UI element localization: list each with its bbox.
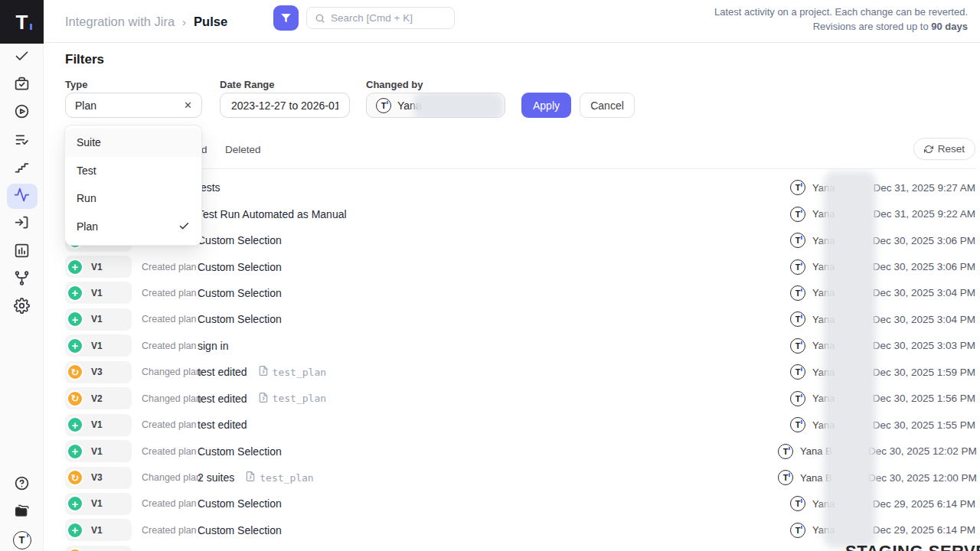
sidebar-item-tests[interactable] — [0, 44, 44, 71]
list-check-icon — [14, 132, 30, 151]
filter-toggle-button[interactable] — [273, 5, 299, 31]
sidebar-item-analytics[interactable] — [0, 238, 44, 266]
version-badge: ↻ — [65, 546, 132, 551]
filters-title: Filters — [65, 52, 104, 67]
user-avatar-icon: T — [778, 444, 793, 459]
row-timestamp: Dec 30, 2025 1:59 PM — [868, 367, 975, 378]
row-timestamp: Dec 30, 2025 3:06 PM — [868, 261, 975, 272]
breadcrumb-project[interactable]: Integration with Jira — [65, 15, 175, 29]
plus-circle-icon: + — [67, 495, 83, 512]
clear-type-icon[interactable]: ✕ — [184, 99, 192, 111]
search-placeholder: Search [Cmd + K] — [331, 12, 413, 24]
version-badge: ↻V2 — [65, 387, 132, 409]
funnel-icon — [280, 12, 292, 24]
user-avatar-icon: T — [790, 391, 805, 406]
app-screen: T T Integration with Jira › Pulse Search… — [0, 0, 980, 551]
action-label: Changed plan — [142, 393, 193, 404]
tab-deleted[interactable]: Deleted — [225, 144, 261, 155]
action-label: Changed plan — [142, 472, 193, 483]
row-title: Custom Selection — [198, 261, 282, 273]
sidebar-item-import[interactable] — [0, 210, 44, 238]
main-content: Filters Type Date Range Changed by Plan … — [44, 43, 980, 551]
app-logo[interactable]: T — [0, 0, 44, 44]
refresh-circle-icon: ↻ — [67, 548, 83, 551]
version-label: V1 — [91, 419, 103, 430]
play-circle-icon — [14, 103, 30, 122]
refresh-circle-icon: ↻ — [67, 469, 83, 486]
user-name: Yana B — [800, 445, 832, 457]
reset-button[interactable]: Reset — [913, 138, 975, 160]
changed-by-select[interactable]: T Yana — [366, 93, 505, 118]
row-title: Custom Selection — [198, 524, 282, 536]
breadcrumb-separator-icon: › — [182, 15, 186, 28]
sidebar-item-settings[interactable] — [0, 294, 44, 321]
version-label: V1 — [91, 314, 103, 324]
sidebar-item-steps[interactable] — [0, 155, 44, 182]
row-title: test edited — [198, 366, 247, 378]
file-reference[interactable]: test_plan — [258, 365, 326, 379]
breadcrumb: Integration with Jira › Pulse — [65, 0, 227, 43]
action-label: Created plan — [142, 525, 193, 536]
folders-icon — [14, 503, 30, 522]
pulse-icon — [14, 187, 30, 206]
sidebar: T T — [0, 0, 44, 551]
bar-chart-icon — [14, 243, 30, 262]
version-badge: +V1 — [65, 519, 132, 541]
row-title: Custom Selection — [198, 234, 282, 246]
refresh-circle-icon: ↻ — [67, 364, 83, 380]
row-timestamp: Dec 30, 2025 3:03 PM — [868, 340, 975, 351]
search-input[interactable]: Search [Cmd + K] — [306, 7, 455, 29]
row-timestamp: Dec 29, 2025 6:14 PM — [868, 498, 975, 510]
version-label: V1 — [91, 262, 103, 272]
sidebar-item-test-plans[interactable] — [0, 71, 44, 99]
row-title: test edited — [198, 393, 247, 405]
row-timestamp: Dec 29, 2025 6:14 PM — [868, 524, 975, 536]
type-label: Type — [65, 79, 87, 90]
plus-circle-icon: + — [67, 416, 83, 433]
sidebar-item-results[interactable] — [0, 127, 44, 155]
app-logo-letter: T — [16, 12, 28, 32]
dropdown-option-test[interactable]: Test — [65, 157, 201, 185]
row-timestamp: Dec 30, 2025 3:04 PM — [868, 287, 975, 298]
cancel-button[interactable]: Cancel — [580, 93, 635, 118]
row-timestamp: Dec 30, 2025 1:55 PM — [868, 419, 975, 431]
action-label: Created plan — [142, 314, 193, 324]
version-label: V1 — [91, 525, 103, 536]
search-icon — [315, 13, 325, 24]
version-badge: ↻V3 — [65, 467, 132, 489]
sidebar-item-branches[interactable] — [0, 266, 44, 293]
type-select[interactable]: Plan ✕ — [65, 93, 202, 118]
briefcase-check-icon — [14, 76, 30, 95]
date-range-input[interactable]: 2023-12-27 to 2026-01- — [220, 93, 350, 118]
sidebar-item-runs[interactable] — [0, 99, 44, 127]
t-logo-avatar: T — [13, 531, 31, 549]
file-reference[interactable]: test_plan — [245, 471, 313, 484]
activity-row[interactable]: ↻ — [65, 543, 975, 551]
row-title: Custom Selection — [198, 287, 282, 299]
sidebar-item-help[interactable] — [0, 471, 44, 498]
import-icon — [14, 214, 30, 233]
version-label: V1 — [91, 446, 103, 457]
version-label: V1 — [91, 341, 103, 351]
sidebar-item-account[interactable]: T — [0, 527, 44, 551]
apply-button[interactable]: Apply — [521, 93, 571, 118]
dropdown-option-run[interactable]: Run — [65, 184, 201, 213]
top-header: Integration with Jira › Pulse Search [Cm… — [44, 0, 980, 43]
user-name: Yana B — [800, 472, 832, 484]
selected-check-icon — [178, 220, 190, 232]
user-avatar-icon: T — [778, 470, 793, 485]
file-reference[interactable]: test_plan — [258, 392, 326, 406]
sidebar-item-pulse[interactable] — [0, 182, 44, 210]
row-timestamp: Dec 31, 2025 9:22 AM — [868, 208, 975, 220]
dropdown-option-plan[interactable]: Plan — [65, 213, 201, 241]
help-circle-icon — [14, 475, 30, 494]
version-badge: +V1 — [65, 282, 132, 304]
version-badge: +V1 — [65, 308, 132, 331]
user-avatar-icon: T — [790, 180, 805, 195]
version-badge: +V1 — [65, 440, 132, 462]
dropdown-option-suite[interactable]: Suite — [65, 129, 201, 157]
row-timestamp: Dec 30, 2025 3:06 PM — [868, 235, 975, 246]
tab-partially-hidden[interactable]: d — [201, 144, 207, 155]
sidebar-item-projects[interactable] — [0, 498, 44, 526]
action-label: Changed plan — [142, 367, 193, 377]
